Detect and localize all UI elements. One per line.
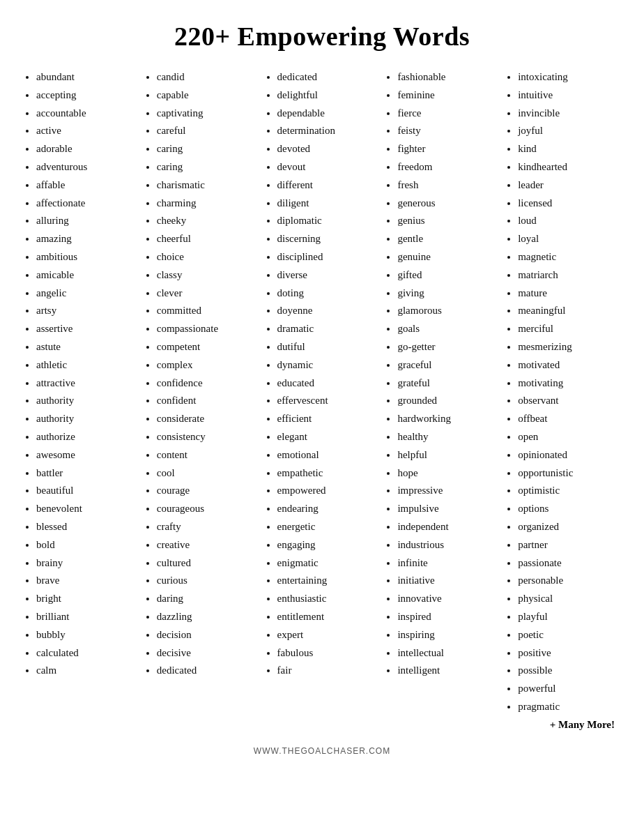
list-item: cheerful bbox=[157, 230, 259, 248]
list-item: optimistic bbox=[518, 482, 620, 500]
list-item: attractive bbox=[36, 374, 139, 393]
list-item: confident bbox=[157, 392, 259, 410]
list-item: authorize bbox=[36, 428, 139, 446]
list-item: candid bbox=[157, 68, 259, 86]
list-item: passionate bbox=[518, 554, 620, 573]
list-item: possible bbox=[518, 662, 620, 680]
list-item: bold bbox=[36, 536, 139, 554]
list-item: decisive bbox=[157, 644, 259, 662]
list-item: affable bbox=[36, 176, 139, 195]
list-item: personable bbox=[518, 572, 620, 590]
list-item: intuitive bbox=[518, 86, 620, 105]
list-item: amazing bbox=[36, 230, 139, 248]
list-item: dedicated bbox=[157, 662, 259, 680]
list-item: benevolent bbox=[36, 500, 139, 518]
list-item: intoxicating bbox=[518, 68, 620, 86]
list-item: beautiful bbox=[36, 482, 139, 500]
list-item: fighter bbox=[397, 140, 500, 158]
list-item: enigmatic bbox=[277, 554, 380, 573]
list-item: authority bbox=[36, 392, 139, 410]
list-item: healthy bbox=[397, 428, 500, 446]
list-item: bright bbox=[36, 590, 139, 608]
list-item: options bbox=[518, 500, 620, 518]
list-item: impulsive bbox=[397, 500, 500, 518]
column-col1: abundantacceptingaccountableactiveadorab… bbox=[21, 68, 141, 731]
list-item: captivating bbox=[157, 105, 259, 123]
list-item: motivating bbox=[518, 374, 620, 393]
list-item: positive bbox=[518, 644, 620, 662]
list-item: grounded bbox=[397, 392, 500, 410]
list-item: endearing bbox=[277, 500, 380, 518]
list-item: open bbox=[518, 428, 620, 446]
column-col3: dedicateddelightfuldependabledeterminati… bbox=[262, 68, 383, 731]
list-item: fierce bbox=[397, 105, 500, 123]
list-item: loud bbox=[518, 212, 620, 230]
list-item: doyenne bbox=[277, 302, 380, 320]
list-item: joyful bbox=[518, 122, 620, 140]
list-item: educated bbox=[277, 374, 380, 393]
list-item: disciplined bbox=[277, 248, 380, 266]
list-item: bubbly bbox=[36, 626, 139, 644]
list-item: capable bbox=[157, 86, 259, 105]
word-list-col3: dedicateddelightfuldependabledeterminati… bbox=[265, 68, 380, 680]
word-list-col4: fashionablefemininefiercefeistyfighterfr… bbox=[385, 68, 500, 680]
list-item: adventurous bbox=[36, 158, 139, 176]
columns-wrapper: abundantacceptingaccountableactiveadorab… bbox=[21, 68, 623, 731]
list-item: engaging bbox=[277, 536, 380, 554]
list-item: entertaining bbox=[277, 572, 380, 590]
list-item: initiative bbox=[397, 572, 500, 590]
list-item: dramatic bbox=[277, 320, 380, 338]
list-item: glamorous bbox=[397, 302, 500, 320]
list-item: cheeky bbox=[157, 212, 259, 230]
list-item: merciful bbox=[518, 320, 620, 338]
list-item: emotional bbox=[277, 446, 380, 464]
list-item: effervescent bbox=[277, 392, 380, 410]
list-item: crafty bbox=[157, 518, 259, 536]
list-item: cool bbox=[157, 464, 259, 483]
word-list-col1: abundantacceptingaccountableactiveadorab… bbox=[24, 68, 139, 680]
list-item: kindhearted bbox=[518, 158, 620, 176]
list-item: different bbox=[277, 176, 380, 195]
list-item: playful bbox=[518, 608, 620, 626]
list-item: fabulous bbox=[277, 644, 380, 662]
list-item: competent bbox=[157, 338, 259, 356]
list-item: alluring bbox=[36, 212, 139, 230]
list-item: assertive bbox=[36, 320, 139, 338]
list-item: artsy bbox=[36, 302, 139, 320]
list-item: calculated bbox=[36, 644, 139, 662]
list-item: innovative bbox=[397, 590, 500, 608]
list-item: brilliant bbox=[36, 608, 139, 626]
list-item: gentle bbox=[397, 230, 500, 248]
list-item: awesome bbox=[36, 446, 139, 464]
word-list-col5: intoxicatingintuitiveinvinciblejoyfulkin… bbox=[505, 68, 620, 716]
list-item: industrious bbox=[397, 536, 500, 554]
list-item: inspiring bbox=[397, 626, 500, 644]
page-title: 220+ Empowering Words bbox=[21, 21, 623, 52]
list-item: motivated bbox=[518, 356, 620, 374]
list-item: organized bbox=[518, 518, 620, 536]
list-item: dynamic bbox=[277, 356, 380, 374]
list-item: compassionate bbox=[157, 320, 259, 338]
list-item: feisty bbox=[397, 122, 500, 140]
list-item: fresh bbox=[397, 176, 500, 195]
list-item: accepting bbox=[36, 86, 139, 105]
list-item: genius bbox=[397, 212, 500, 230]
list-item: curious bbox=[157, 572, 259, 590]
list-item: mature bbox=[518, 285, 620, 303]
list-item: diverse bbox=[277, 266, 380, 285]
list-item: abundant bbox=[36, 68, 139, 86]
list-item: inspired bbox=[397, 608, 500, 626]
footer: WWW.THEGOALCHASER.COM bbox=[21, 746, 623, 756]
list-item: content bbox=[157, 446, 259, 464]
list-item: gifted bbox=[397, 266, 500, 285]
list-item: independent bbox=[397, 518, 500, 536]
list-item: delightful bbox=[277, 86, 380, 105]
list-item: enthusiastic bbox=[277, 590, 380, 608]
list-item: poetic bbox=[518, 626, 620, 644]
list-item: careful bbox=[157, 122, 259, 140]
list-item: leader bbox=[518, 176, 620, 195]
list-item: partner bbox=[518, 536, 620, 554]
list-item: genuine bbox=[397, 248, 500, 266]
column-col2: candidcapablecaptivatingcarefulcaringcar… bbox=[141, 68, 262, 731]
list-item: generous bbox=[397, 195, 500, 213]
